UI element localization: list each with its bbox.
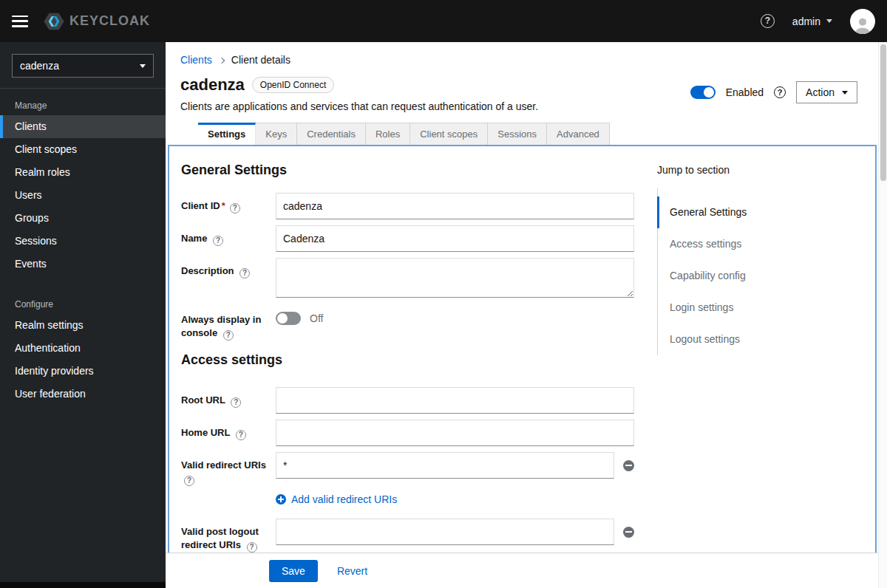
sidebar-item-events[interactable]: Events [0, 253, 166, 276]
valid-post-logout-redirect-uris-label: Valid post logout redirect URIs [181, 519, 276, 553]
name-row: Name [181, 225, 634, 252]
sidebar-item-realm-settings[interactable]: Realm settings [0, 314, 166, 337]
root-url-input[interactable] [276, 387, 634, 414]
keycloak-logo: KEYCLOAK [43, 10, 150, 33]
nav-toggle-icon[interactable] [12, 16, 28, 27]
valid-redirect-uris-help-icon[interactable] [184, 476, 194, 486]
valid-redirect-uris-row: Valid redirect URIs [181, 452, 634, 486]
breadcrumb-clients-link[interactable]: Clients [180, 54, 212, 66]
sidebar: cadenza Manage Clients Client scopes Rea… [0, 42, 166, 588]
chevron-down-icon [826, 19, 832, 23]
page-scrollbar[interactable] [878, 42, 887, 588]
settings-panel: General Settings Client ID* Name [168, 145, 877, 553]
description-help-icon[interactable] [239, 268, 250, 278]
root-url-label: Root URL [181, 387, 276, 408]
jump-item-login-settings[interactable]: Login settings [658, 292, 864, 324]
action-dropdown-label: Action [806, 86, 835, 98]
client-id-help-icon[interactable] [230, 203, 240, 213]
sidebar-item-identity-providers[interactable]: Identity providers [0, 360, 166, 383]
root-url-help-icon[interactable] [231, 397, 241, 408]
home-url-row: Home URL [181, 420, 634, 446]
chevron-down-icon [140, 64, 146, 68]
avatar[interactable] [850, 9, 875, 34]
sidebar-item-sessions[interactable]: Sessions [0, 230, 166, 253]
user-menu[interactable]: admin [792, 16, 832, 27]
home-url-help-icon[interactable] [236, 430, 246, 440]
username-label: admin [792, 16, 820, 27]
form-footer: Save Revert [166, 553, 878, 588]
revert-link[interactable]: Revert [337, 565, 367, 577]
always-display-label: Always display in console [181, 307, 276, 341]
tab-keys[interactable]: Keys [256, 123, 297, 145]
jump-item-capability-config[interactable]: Capability config [658, 260, 864, 292]
enabled-toggle[interactable] [690, 86, 716, 99]
valid-redirect-uris-label: Valid redirect URIs [181, 452, 276, 486]
root-url-row: Root URL [181, 387, 634, 414]
nav-section-manage: Manage [0, 93, 166, 115]
keycloak-logo-icon [43, 10, 65, 33]
brand-title: KEYCLOAK [69, 13, 150, 29]
sidebar-item-users[interactable]: Users [0, 184, 166, 207]
post-logout-help-icon[interactable] [247, 542, 257, 553]
realm-selector-value: cadenza [20, 60, 59, 72]
jump-item-logout-settings[interactable]: Logout settings [658, 324, 864, 355]
sidebar-item-authentication[interactable]: Authentication [0, 337, 166, 360]
home-url-label: Home URL [181, 420, 276, 440]
action-dropdown[interactable]: Action [796, 81, 857, 103]
tab-sessions[interactable]: Sessions [488, 123, 547, 145]
tab-credentials[interactable]: Credentials [297, 123, 366, 145]
chevron-down-icon [842, 91, 848, 95]
plus-circle-icon [276, 494, 286, 505]
breadcrumb-current: Client details [231, 54, 290, 66]
valid-post-logout-redirect-uris-input[interactable] [276, 519, 614, 545]
nav-section-configure: Configure [0, 292, 166, 314]
enabled-help-icon[interactable] [774, 86, 786, 98]
always-display-state: Off [310, 312, 323, 324]
valid-post-logout-redirect-uris-row: Valid post logout redirect URIs [181, 519, 634, 553]
tab-settings[interactable]: Settings [198, 123, 256, 145]
breadcrumb: Clients Client details [166, 42, 878, 66]
help-icon[interactable] [761, 14, 775, 28]
enabled-label: Enabled [726, 86, 764, 98]
sidebar-item-groups[interactable]: Groups [0, 207, 166, 230]
client-tabs: Settings Keys Credentials Roles Client s… [198, 123, 610, 145]
required-indicator: * [222, 200, 225, 211]
description-textarea[interactable] [276, 258, 634, 298]
description-label: Description [181, 258, 276, 278]
remove-redirect-uri-icon[interactable] [623, 460, 634, 471]
always-display-toggle[interactable] [276, 312, 301, 325]
tab-client-scopes[interactable]: Client scopes [410, 123, 488, 145]
realm-selector[interactable]: cadenza [12, 54, 154, 78]
client-id-label: Client ID* [181, 193, 276, 213]
sidebar-item-realm-roles[interactable]: Realm roles [0, 161, 166, 184]
scrollbar-thumb[interactable] [880, 44, 886, 181]
name-input[interactable] [276, 225, 634, 252]
remove-post-logout-uri-icon[interactable] [623, 527, 634, 538]
name-label: Name [181, 225, 276, 246]
description-row: Description [181, 258, 634, 301]
valid-redirect-uris-input[interactable] [276, 452, 614, 479]
user-icon [853, 16, 872, 34]
breadcrumb-separator-icon [219, 57, 225, 63]
page-title: cadenza [180, 75, 245, 95]
add-valid-redirect-uris-link[interactable]: Add valid redirect URIs [276, 493, 634, 505]
always-display-row: Always display in console Off [181, 307, 634, 341]
sidebar-item-client-scopes[interactable]: Client scopes [0, 138, 166, 161]
always-display-help-icon[interactable] [223, 330, 234, 341]
general-settings-heading: General Settings [181, 163, 634, 178]
page-description: Clients are applications and services th… [180, 100, 538, 112]
sidebar-item-clients[interactable]: Clients [0, 115, 166, 138]
save-button[interactable]: Save [269, 560, 318, 582]
tab-advanced[interactable]: Advanced [547, 123, 610, 145]
jump-to-section-title: Jump to section [657, 164, 864, 176]
jump-item-general-settings[interactable]: General Settings [657, 196, 864, 228]
name-help-icon[interactable] [213, 236, 223, 246]
sidebar-item-user-federation[interactable]: User federation [0, 383, 166, 406]
client-id-input[interactable] [276, 193, 634, 219]
sidebar-nav: Manage Clients Client scopes Realm roles… [0, 89, 166, 406]
masthead: KEYCLOAK admin [0, 0, 887, 42]
tab-roles[interactable]: Roles [366, 123, 410, 145]
access-settings-heading: Access settings [181, 352, 634, 368]
jump-item-access-settings[interactable]: Access settings [658, 228, 864, 260]
home-url-input[interactable] [276, 420, 634, 446]
